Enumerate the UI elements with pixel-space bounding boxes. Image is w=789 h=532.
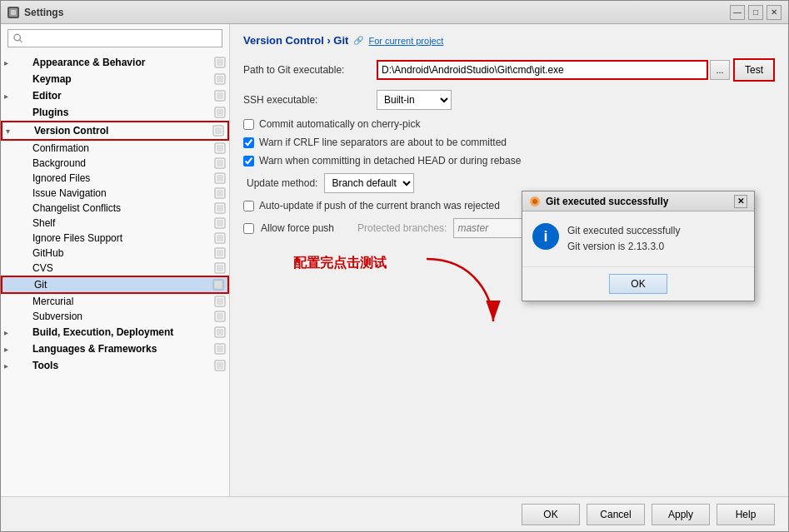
sidebar-item-label-confirmation: Confirmation (32, 142, 89, 154)
ssh-row: SSH executable: Built-in Native (243, 90, 775, 110)
crlf-checkbox[interactable] (243, 137, 254, 148)
sidebar-item-confirmation[interactable]: ▸ Confirmation (1, 141, 229, 156)
cherry-pick-checkbox[interactable] (243, 119, 254, 130)
nav-icon-issue (214, 187, 226, 199)
sidebar-item-github[interactable]: ▸ GitHub (1, 246, 229, 261)
dialog-ok-button[interactable]: OK (609, 274, 667, 294)
nav-icon-confirmation (214, 142, 226, 154)
sidebar-item-appearance[interactable]: ▸ Appearance & Behavior (1, 54, 229, 71)
svg-rect-37 (217, 313, 223, 320)
svg-rect-41 (217, 346, 223, 352)
test-button[interactable]: Test (733, 58, 775, 82)
sidebar-item-label-cvs: CVS (32, 262, 53, 274)
force-push-checkbox[interactable] (243, 223, 254, 234)
svg-rect-43 (217, 362, 223, 369)
sidebar-item-git[interactable]: ▸ Git (1, 276, 229, 294)
dialog-content: i Git executed successfully Git version … (522, 211, 754, 266)
cherry-pick-label: Commit automatically on cherry-pick (259, 118, 420, 130)
help-button[interactable]: Help (717, 504, 775, 525)
sidebar-item-build[interactable]: ▸ Build, Execution, Deployment (1, 324, 229, 341)
editor-icon (16, 89, 29, 102)
svg-rect-11 (217, 109, 223, 116)
expand-arrow-vc: ▾ (6, 127, 17, 136)
title-bar: Settings — □ ✕ (1, 1, 788, 24)
svg-rect-39 (217, 329, 223, 336)
vc-icon (17, 124, 31, 137)
sidebar-item-subversion[interactable]: ▸ Subversion (1, 309, 229, 324)
sidebar-item-label-changelist: Changelist Conflicts (32, 202, 121, 214)
sidebar-item-tools[interactable]: ▸ Tools (1, 357, 229, 374)
update-method-select[interactable]: Branch default Merge Rebase (324, 173, 414, 193)
sidebar-item-changelist[interactable]: ▸ Changelist Conflicts (1, 201, 229, 216)
sidebar-item-issue-navigation[interactable]: ▸ Issue Navigation (1, 186, 229, 201)
nav-icon-languages (214, 343, 226, 355)
search-input[interactable] (26, 32, 217, 44)
sidebar-item-keymap[interactable]: ▸ Keymap (1, 71, 229, 87)
sidebar-item-label-appearance: Appearance & Behavior (32, 57, 145, 68)
maximize-button[interactable]: □ (748, 5, 763, 20)
expand-arrow-editor: ▸ (4, 92, 16, 101)
dialog-git-icon (529, 196, 541, 207)
settings-window: Settings — □ ✕ ▸ Appearance & Behavior (0, 0, 789, 532)
build-icon (16, 326, 29, 339)
nav-icon-ifs (214, 232, 226, 244)
sidebar-item-label-ignored: Ignored Files (32, 172, 90, 184)
apply-button[interactable]: Apply (652, 504, 710, 525)
sidebar-item-ignore-files-support[interactable]: ▸ Ignore Files Support (1, 231, 229, 246)
nav-icon-git (212, 279, 224, 291)
browse-button[interactable]: ... (710, 60, 730, 80)
breadcrumb-icon: 🔗 (353, 36, 363, 45)
appearance-icon (16, 56, 29, 69)
nav-icon-changelist (214, 202, 226, 214)
minimize-button[interactable]: — (730, 5, 745, 20)
sidebar-item-mercurial[interactable]: ▸ Mercurial (1, 294, 229, 309)
ssh-label: SSH executable: (243, 94, 377, 106)
search-icon (13, 33, 22, 43)
search-box[interactable] (7, 29, 222, 47)
sidebar-item-editor[interactable]: ▸ Editor (1, 87, 229, 104)
svg-rect-25 (217, 220, 223, 226)
dialog-box: Git executed successfully ✕ i Git execut… (522, 191, 755, 301)
breadcrumb: Version Control › Git (243, 34, 348, 47)
nav-icon-plugins (214, 107, 226, 118)
tools-icon (16, 359, 29, 372)
sidebar-item-version-control[interactable]: ▾ Version Control (1, 121, 229, 141)
nav-icon-ignored (214, 172, 226, 184)
detached-checkbox[interactable] (243, 156, 254, 167)
dialog-title-text: Git executed successfully (546, 196, 668, 207)
sidebar-item-label-languages: Languages & Frameworks (32, 343, 157, 355)
sidebar-item-ignored-files[interactable]: ▸ Ignored Files (1, 171, 229, 186)
expand-arrow-build: ▸ (4, 328, 16, 337)
sidebar-item-shelf[interactable]: ▸ Shelf (1, 216, 229, 231)
svg-rect-23 (217, 205, 223, 211)
svg-rect-19 (217, 175, 223, 181)
dialog-info-icon: i (532, 223, 559, 250)
svg-rect-13 (215, 127, 222, 134)
sidebar-item-languages[interactable]: ▸ Languages & Frameworks (1, 341, 229, 357)
svg-rect-35 (217, 298, 223, 305)
sidebar-item-plugins[interactable]: ▸ Plugins (1, 104, 229, 121)
sidebar-item-label-vc: Version Control (34, 125, 108, 137)
svg-rect-33 (215, 281, 222, 288)
dialog-line2: Git version is 2.13.3.0 (567, 239, 680, 255)
cancel-button[interactable]: Cancel (587, 504, 645, 525)
svg-rect-15 (217, 145, 223, 152)
ok-button[interactable]: OK (522, 504, 580, 525)
sidebar-item-cvs[interactable]: ▸ CVS (1, 261, 229, 276)
svg-point-2 (14, 34, 21, 41)
bottom-bar: OK Cancel Apply Help (1, 496, 788, 531)
git-path-row: Path to Git executable: ... Test (243, 58, 775, 82)
sidebar-item-background[interactable]: ▸ Background (1, 156, 229, 171)
for-current-project-link[interactable]: For current project (368, 36, 443, 46)
close-button[interactable]: ✕ (767, 5, 782, 20)
sidebar-item-label-git: Git (34, 279, 47, 291)
dialog-close-button[interactable]: ✕ (734, 195, 747, 208)
git-path-label: Path to Git executable: (243, 64, 377, 76)
autoupdate-checkbox[interactable] (243, 201, 254, 211)
svg-rect-17 (217, 160, 223, 167)
ssh-select[interactable]: Built-in Native (377, 90, 452, 110)
dialog-footer: OK (522, 266, 754, 301)
sidebar-item-label-mercurial: Mercurial (32, 296, 73, 307)
sidebar-item-label-background: Background (32, 157, 86, 169)
git-path-input[interactable] (377, 60, 708, 80)
